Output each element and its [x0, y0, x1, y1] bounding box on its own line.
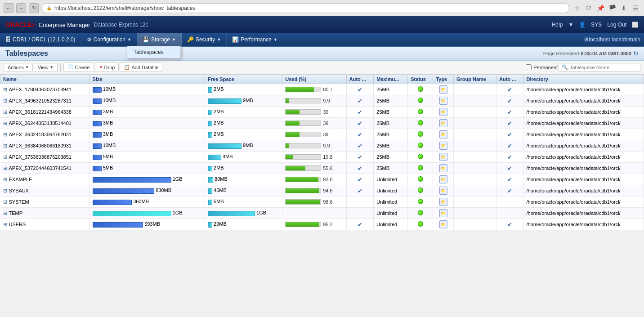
cell-name: ⊞SYSAUX: [0, 185, 90, 196]
nav-security[interactable]: 🔑 Security ▼: [182, 33, 227, 46]
cell-size: 1GB: [89, 208, 205, 219]
expand-icon[interactable]: ⊞: [3, 109, 7, 115]
auto-check-icon: ✔: [358, 176, 362, 183]
expand-icon[interactable]: ⊞: [3, 222, 7, 227]
cell-maximum: 25MB: [374, 152, 408, 163]
cell-group-name: [453, 208, 496, 219]
cell-type: 📁: [433, 95, 454, 107]
expand-icon[interactable]: ⊞: [3, 98, 7, 103]
col-directory: Directory: [523, 75, 644, 84]
page-title: Tablespaces: [5, 49, 48, 58]
add-datafile-button[interactable]: 📋 Add Datafile: [120, 63, 162, 72]
forward-button[interactable]: →: [16, 3, 26, 13]
nav-security-label: Security: [196, 36, 215, 43]
table-row[interactable]: ⊞APEX_53720444603741541 5MB 2MB55.6✔25MB…: [0, 163, 644, 174]
performance-chevron-icon: ▼: [273, 37, 277, 42]
nav-storage[interactable]: 💾 Storage ▼: [137, 33, 182, 46]
cell-free-space: 5MB: [205, 196, 282, 208]
auto2-check-icon: ✔: [507, 98, 512, 104]
cell-group-name: [453, 84, 496, 95]
cell-auto2: [496, 196, 524, 208]
cell-free-space: 2MB: [205, 107, 282, 118]
table-row[interactable]: ⊞EXAMPLE 1GB 80MB93.8✔Unlimited📁✔/home/o…: [0, 174, 644, 185]
expand-icon[interactable]: ⊞: [3, 143, 7, 148]
table-row[interactable]: ⊞APEX_36244053138514401 3MB 2MB39✔25MB📁✔…: [0, 118, 644, 129]
expand-icon[interactable]: ⊞: [3, 165, 7, 171]
table-row[interactable]: ⊞TEMP 1GB 1GBUnlimited📁/home/oracle/app/…: [0, 208, 644, 219]
nav-configuration[interactable]: ⚙ Configuration ▼: [81, 33, 137, 46]
table-row[interactable]: ⊞APEX_36384066066180931 10MB 9MB9.9✔25MB…: [0, 140, 644, 152]
view-label: View: [38, 65, 49, 70]
cell-auto2: ✔: [496, 107, 524, 118]
expand-icon[interactable]: ⊞: [3, 199, 7, 205]
menu-icon[interactable]: ☰: [631, 3, 640, 13]
auto-check-icon: ✔: [358, 120, 362, 127]
cell-directory: /home/oracle/app/oracle/oradata/cdb1/orc…: [523, 174, 644, 185]
status-dot: [418, 143, 423, 148]
expand-icon[interactable]: ⊞: [3, 121, 7, 126]
create-button[interactable]: 📄 Create: [63, 63, 94, 72]
auto-check-icon: ✔: [358, 221, 362, 228]
permanent-checkbox[interactable]: Permanent: [526, 64, 558, 70]
config-icon: ⚙: [87, 36, 92, 43]
cell-group-name: [453, 129, 496, 140]
url-bar[interactable]: 🔒 https://localhost:2122/em/shell#/stora…: [41, 3, 569, 13]
type-icon: 📁: [439, 220, 447, 228]
cell-size: 5MB: [89, 163, 205, 174]
table-row[interactable]: ⊞SYSTEM 360MB 5MB98.6Unlimited📁/home/ora…: [0, 196, 644, 208]
reload-button[interactable]: ↻: [29, 3, 39, 13]
auto2-check-icon: ✔: [507, 176, 512, 183]
cell-auto: ✔: [346, 107, 374, 118]
view-button[interactable]: View ▼: [34, 63, 58, 72]
cell-size: 3MB: [89, 129, 205, 140]
drop-button[interactable]: ✕ Drop: [95, 63, 119, 72]
table-row[interactable]: ⊞USERS 593MB 29MB95.2✔Unlimited📁✔/home/o…: [0, 219, 644, 230]
create-icon: 📄: [67, 64, 74, 70]
tablespaces-menu-item[interactable]: Tablespaces: [127, 46, 180, 58]
back-button[interactable]: ←: [4, 3, 13, 13]
table-row[interactable]: ⊞APEX_17804063073703941 10MB 2MB80.7✔25M…: [0, 84, 644, 95]
nav-performance[interactable]: 📊 Performance ▼: [227, 33, 283, 46]
cell-name: ⊞EXAMPLE: [0, 174, 90, 185]
expand-icon[interactable]: ⊞: [3, 154, 7, 160]
cell-size: 5MB: [89, 152, 205, 163]
bookmark-icon[interactable]: ☆: [572, 3, 582, 13]
nav-cdb[interactable]: 🗄 CDB1 / ORCL (12.1.0.2.0): [0, 33, 81, 46]
search-box: 🔍: [559, 63, 640, 71]
actions-button[interactable]: Actions ▼: [4, 63, 33, 72]
expand-icon[interactable]: ⊞: [3, 132, 7, 137]
expand-icon[interactable]: ⊞: [3, 188, 7, 193]
cell-auto: ✔: [346, 152, 374, 163]
refresh-icon[interactable]: ↻: [633, 50, 639, 57]
cell-group-name: [453, 107, 496, 118]
cell-directory: /home/oracle/app/oracle/oradata/cdb1/orc…: [523, 196, 644, 208]
table-row[interactable]: ⊞APEX_34963210523287311 10MB 9MB9.9✔25MB…: [0, 95, 644, 107]
bookmark2-icon[interactable]: 📌: [595, 3, 605, 13]
flag-icon[interactable]: 🏴: [607, 3, 617, 13]
help-link[interactable]: Help: [552, 22, 563, 28]
cell-size: 830MB: [89, 185, 205, 196]
expand-icon[interactable]: ⊞: [3, 87, 7, 92]
search-icon: 🔍: [562, 64, 568, 70]
type-icon: 📁: [439, 142, 447, 150]
search-input[interactable]: [570, 65, 637, 70]
cell-auto: ✔: [346, 185, 374, 196]
extension-icon[interactable]: 🛡: [584, 3, 594, 13]
permanent-checkbox-input[interactable]: [526, 64, 532, 70]
table-row[interactable]: ⊞APEX_37536036876203851 5MB 4MB19.8✔25MB…: [0, 152, 644, 163]
logout-link[interactable]: Log Out: [607, 22, 626, 28]
expand-icon[interactable]: ⊞: [3, 177, 7, 182]
expand-icon[interactable]: ⊞: [3, 210, 7, 216]
type-icon: 📁: [439, 153, 447, 161]
auto-check-icon: ✔: [358, 188, 362, 194]
col-group-name: Group Name: [453, 75, 496, 84]
cell-maximum: Unlimited: [374, 196, 408, 208]
table-row[interactable]: ⊞APEX_36324183064762031 3MB 2MB39✔25MB📁✔…: [0, 129, 644, 140]
user-link[interactable]: SYS: [591, 22, 602, 28]
cell-directory: /home/oracle/app/oracle/oradata/cdb1/orc…: [523, 95, 644, 107]
table-row[interactable]: ⊞APEX_36181221434964338 3MB 2MB39✔25MB📁✔…: [0, 107, 644, 118]
auto2-check-icon: ✔: [507, 154, 512, 161]
table-row[interactable]: ⊞SYSAUX 830MB 45MB94.6✔Unlimited📁✔/home/…: [0, 185, 644, 196]
cell-group-name: [453, 196, 496, 208]
download-icon[interactable]: ⬇: [619, 3, 629, 13]
